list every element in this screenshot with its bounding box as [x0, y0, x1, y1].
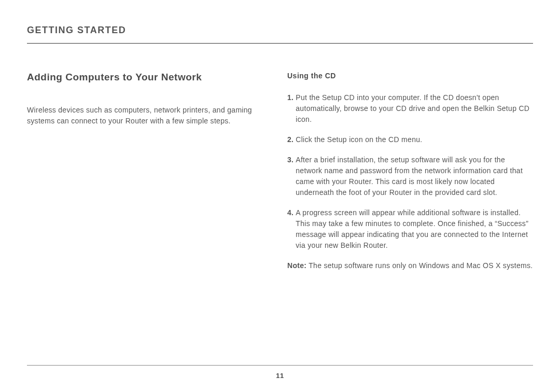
step-number: 2. — [287, 134, 293, 145]
step-number: 3. — [287, 155, 293, 198]
page-footer: 11 — [27, 365, 533, 380]
section-heading: Adding Computers to Your Network — [27, 72, 271, 83]
list-item: 2. Click the Setup icon on the CD menu. — [287, 134, 533, 145]
step-list: 1. Put the Setup CD into your computer. … — [287, 92, 533, 251]
right-column: Using the CD 1. Put the Setup CD into yo… — [287, 72, 533, 271]
note-label: Note: — [287, 261, 306, 270]
step-text: After a brief installation, the setup so… — [296, 155, 533, 198]
page-header-title: GETTING STARTED — [27, 25, 533, 36]
list-item: 4. A progress screen will appear while a… — [287, 207, 533, 251]
step-text: A progress screen will appear while addi… — [296, 207, 533, 251]
step-text: Click the Setup icon on the CD menu. — [296, 134, 533, 145]
content-columns: Adding Computers to Your Network Wireles… — [27, 72, 533, 271]
list-item: 1. Put the Setup CD into your computer. … — [287, 92, 533, 125]
left-column: Adding Computers to Your Network Wireles… — [27, 72, 271, 271]
page-number: 11 — [27, 372, 533, 380]
note-paragraph: Note: The setup software runs only on Wi… — [287, 260, 533, 271]
step-text: Put the Setup CD into your computer. If … — [296, 92, 533, 125]
list-item: 3. After a brief installation, the setup… — [287, 155, 533, 198]
step-number: 1. — [287, 92, 293, 125]
cd-subheading: Using the CD — [287, 72, 533, 80]
bottom-divider — [27, 365, 533, 366]
top-divider — [27, 43, 533, 44]
step-number: 4. — [287, 207, 293, 251]
note-text: The setup software runs only on Windows … — [306, 261, 533, 270]
intro-paragraph: Wireless devices such as computers, netw… — [27, 105, 271, 127]
